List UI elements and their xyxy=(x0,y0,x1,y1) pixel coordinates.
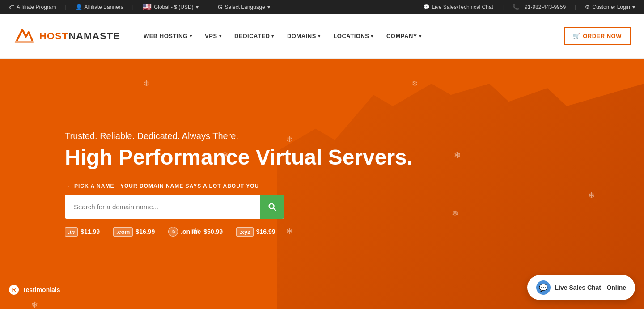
chevron-down-icon: ▾ xyxy=(632,4,635,10)
separator: | xyxy=(132,4,134,10)
chat-icon: 💬 xyxy=(423,4,430,10)
chevron-down-icon: ▾ xyxy=(196,4,199,10)
chevron-down-icon: ▾ xyxy=(419,34,422,38)
separator: | xyxy=(502,4,504,10)
hero-section: ❄ ❄ ❄ ❄ ❄ ❄ ❄ ❄ ❄ ❄ Trusted. Reliable. D… xyxy=(0,59,644,309)
domain-in: .in $11.99 xyxy=(65,227,100,237)
hero-title: High Performance Virtual Servers. xyxy=(65,145,644,169)
order-now-button[interactable]: 🛒 ORDER NOW xyxy=(564,27,631,45)
nav-links: WEB HOSTING ▾ VPS ▾ DEDICATED ▾ DOMAINS … xyxy=(138,28,555,44)
chevron-down-icon: ▾ xyxy=(371,34,373,38)
nav-dedicated[interactable]: DEDICATED ▾ xyxy=(229,28,280,44)
testimonials-icon: R xyxy=(9,285,19,295)
google-icon: G xyxy=(218,4,223,11)
domain-xyz: .xyz $16.99 xyxy=(236,227,275,237)
arrow-icon: → xyxy=(65,183,71,189)
nav-domains[interactable]: DOMAINS ▾ xyxy=(282,28,326,44)
separator: | xyxy=(65,4,66,10)
ext-badge-in: .in xyxy=(65,227,78,237)
separator: | xyxy=(575,4,576,10)
chevron-down-icon: ▾ xyxy=(271,34,274,38)
snowflake: ❄ xyxy=(143,79,150,89)
domain-prices: .in $11.99 .com $16.99 ⊙ .online $50.99 … xyxy=(65,227,644,237)
chevron-down-icon: ▾ xyxy=(267,4,270,10)
top-bar: 🏷 Affiliate Program | 👤 Affiliate Banner… xyxy=(0,0,644,14)
phone-link[interactable]: 📞 +91-982-443-9959 xyxy=(513,4,566,10)
settings-icon: ⚙ xyxy=(585,4,590,10)
cart-icon: 🛒 xyxy=(573,33,580,39)
nav-web-hosting[interactable]: WEB HOSTING ▾ xyxy=(138,28,197,44)
live-chat-link[interactable]: 💬 Live Sales/Technical Chat xyxy=(423,4,493,10)
domain-label: → PICK A NAME - YOUR DOMAIN NAME SAYS A … xyxy=(65,183,644,189)
domain-com: .com $16.99 xyxy=(113,227,155,237)
snowflake: ❄ xyxy=(31,300,38,309)
currency-selector[interactable]: 🇺🇸 Global - $ (USD) ▾ xyxy=(143,3,199,11)
affiliate-banners-link[interactable]: 👤 Affiliate Banners xyxy=(76,4,123,10)
chat-bubble-icon: 💬 xyxy=(536,280,551,295)
affiliate-program-link[interactable]: 🏷 Affiliate Program xyxy=(9,4,56,10)
logo-link[interactable]: HOSTNAMASTE xyxy=(13,24,120,48)
language-selector[interactable]: G Select Language ▾ xyxy=(218,4,270,11)
chevron-down-icon: ▾ xyxy=(190,34,192,38)
logo-icon xyxy=(13,24,35,48)
chevron-down-icon: ▾ xyxy=(318,34,321,38)
phone-icon: 📞 xyxy=(513,4,519,10)
nav-vps[interactable]: VPS ▾ xyxy=(199,28,227,44)
live-chat-button[interactable]: 💬 Live Sales Chat - Online xyxy=(527,275,636,300)
domain-search-button[interactable] xyxy=(260,195,284,219)
flag-icon: 🇺🇸 xyxy=(143,3,152,11)
ext-badge-online: ⊙ xyxy=(168,227,178,237)
customer-login-link[interactable]: ⚙ Customer Login ▾ xyxy=(585,4,635,10)
hero-subtitle: Trusted. Reliable. Dedicated. Always The… xyxy=(65,131,644,141)
domain-search-input[interactable] xyxy=(65,203,260,211)
nav-company[interactable]: COMPANY ▾ xyxy=(381,28,427,44)
ext-badge-com: .com xyxy=(113,227,133,237)
search-icon xyxy=(267,202,277,212)
affiliate-icon: 🏷 xyxy=(9,4,14,10)
domain-online: ⊙ .online $50.99 xyxy=(168,227,223,237)
snowflake: ❄ xyxy=(411,79,418,89)
navbar: HOSTNAMASTE WEB HOSTING ▾ VPS ▾ DEDICATE… xyxy=(0,14,644,59)
chevron-down-icon: ▾ xyxy=(219,34,222,38)
logo-text: HOSTNAMASTE xyxy=(39,30,120,42)
banners-icon: 👤 xyxy=(76,4,82,10)
ext-badge-xyz: .xyz xyxy=(236,227,254,237)
domain-search-box xyxy=(65,195,284,219)
separator: | xyxy=(208,4,209,10)
nav-locations[interactable]: LOCATIONS ▾ xyxy=(328,28,379,44)
testimonials-button[interactable]: R Testimonials xyxy=(0,279,69,300)
